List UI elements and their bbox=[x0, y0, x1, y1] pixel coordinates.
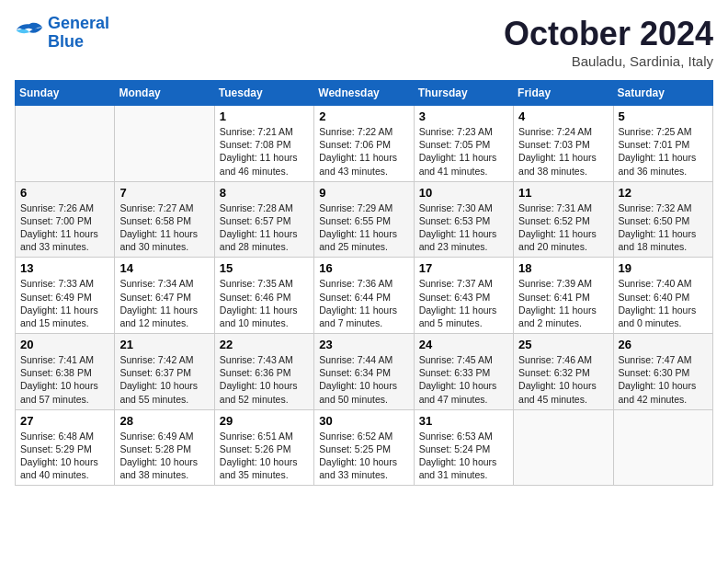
weekday-header-friday: Friday bbox=[514, 81, 613, 106]
day-number: 23 bbox=[319, 338, 408, 351]
day-info: Sunrise: 7:47 AMSunset: 6:30 PMDaylight:… bbox=[619, 353, 708, 406]
calendar-cell: 23Sunrise: 7:44 AMSunset: 6:34 PMDayligh… bbox=[314, 334, 414, 410]
calendar-table: SundayMondayTuesdayWednesdayThursdayFrid… bbox=[15, 80, 713, 486]
day-info: Sunrise: 7:25 AMSunset: 7:01 PMDaylight:… bbox=[619, 125, 708, 178]
day-number: 2 bbox=[319, 109, 408, 123]
weekday-header-row: SundayMondayTuesdayWednesdayThursdayFrid… bbox=[16, 81, 713, 106]
day-number: 8 bbox=[220, 186, 309, 200]
weekday-header-sunday: Sunday bbox=[16, 81, 115, 106]
day-info: Sunrise: 7:23 AMSunset: 7:05 PMDaylight:… bbox=[419, 125, 508, 178]
day-info: Sunrise: 7:35 AMSunset: 6:46 PMDaylight:… bbox=[220, 277, 309, 329]
calendar-cell: 5Sunrise: 7:25 AMSunset: 7:01 PMDaylight… bbox=[613, 106, 712, 182]
day-info: Sunrise: 7:32 AMSunset: 6:50 PMDaylight:… bbox=[619, 201, 708, 254]
day-number: 28 bbox=[119, 414, 209, 428]
page-header: General Blue October 2024 Bauladu, Sardi… bbox=[15, 15, 713, 69]
calendar-cell: 26Sunrise: 7:47 AMSunset: 6:30 PMDayligh… bbox=[613, 334, 712, 410]
calendar-cell bbox=[613, 409, 712, 486]
calendar-cell: 18Sunrise: 7:39 AMSunset: 6:41 PMDayligh… bbox=[514, 258, 613, 334]
day-number: 15 bbox=[220, 261, 309, 275]
day-info: Sunrise: 6:48 AMSunset: 5:29 PMDaylight:… bbox=[20, 430, 109, 482]
day-number: 7 bbox=[119, 186, 209, 200]
day-number: 10 bbox=[419, 186, 508, 200]
calendar-cell: 20Sunrise: 7:41 AMSunset: 6:38 PMDayligh… bbox=[16, 334, 115, 410]
day-number: 27 bbox=[20, 414, 109, 428]
day-number: 4 bbox=[518, 109, 608, 123]
title-block: October 2024 Bauladu, Sardinia, Italy bbox=[504, 15, 713, 69]
day-info: Sunrise: 6:53 AMSunset: 5:24 PMDaylight:… bbox=[419, 430, 508, 482]
month-title: October 2024 bbox=[504, 15, 713, 53]
calendar-cell: 17Sunrise: 7:37 AMSunset: 6:43 PMDayligh… bbox=[414, 258, 513, 334]
calendar-cell: 15Sunrise: 7:35 AMSunset: 6:46 PMDayligh… bbox=[214, 258, 313, 334]
day-number: 20 bbox=[20, 338, 109, 351]
day-info: Sunrise: 7:29 AMSunset: 6:55 PMDaylight:… bbox=[319, 201, 408, 254]
calendar-cell: 9Sunrise: 7:29 AMSunset: 6:55 PMDaylight… bbox=[314, 181, 414, 258]
day-info: Sunrise: 7:44 AMSunset: 6:34 PMDaylight:… bbox=[319, 353, 408, 406]
day-info: Sunrise: 7:39 AMSunset: 6:41 PMDaylight:… bbox=[518, 277, 608, 329]
day-info: Sunrise: 7:27 AMSunset: 6:58 PMDaylight:… bbox=[119, 201, 209, 254]
day-info: Sunrise: 7:21 AMSunset: 7:08 PMDaylight:… bbox=[220, 125, 309, 178]
calendar-week-1: 1Sunrise: 7:21 AMSunset: 7:08 PMDaylight… bbox=[16, 106, 713, 182]
calendar-cell: 25Sunrise: 7:46 AMSunset: 6:32 PMDayligh… bbox=[514, 334, 613, 410]
calendar-cell bbox=[115, 106, 214, 182]
calendar-cell: 7Sunrise: 7:27 AMSunset: 6:58 PMDaylight… bbox=[115, 181, 214, 258]
weekday-header-wednesday: Wednesday bbox=[314, 81, 414, 106]
day-info: Sunrise: 7:26 AMSunset: 7:00 PMDaylight:… bbox=[20, 201, 109, 254]
day-number: 19 bbox=[619, 261, 708, 275]
day-number: 24 bbox=[419, 338, 508, 351]
logo-icon bbox=[15, 20, 44, 46]
calendar-cell: 10Sunrise: 7:30 AMSunset: 6:53 PMDayligh… bbox=[414, 181, 513, 258]
weekday-header-monday: Monday bbox=[115, 81, 214, 106]
weekday-header-thursday: Thursday bbox=[414, 81, 513, 106]
day-number: 13 bbox=[20, 261, 109, 275]
calendar-cell: 24Sunrise: 7:45 AMSunset: 6:33 PMDayligh… bbox=[414, 334, 513, 410]
calendar-cell: 4Sunrise: 7:24 AMSunset: 7:03 PMDaylight… bbox=[514, 106, 613, 182]
day-number: 6 bbox=[20, 186, 109, 200]
day-info: Sunrise: 6:49 AMSunset: 5:28 PMDaylight:… bbox=[119, 430, 209, 482]
day-info: Sunrise: 7:36 AMSunset: 6:44 PMDaylight:… bbox=[319, 277, 408, 329]
day-info: Sunrise: 7:34 AMSunset: 6:47 PMDaylight:… bbox=[119, 277, 209, 329]
day-info: Sunrise: 6:52 AMSunset: 5:25 PMDaylight:… bbox=[319, 430, 408, 482]
weekday-header-saturday: Saturday bbox=[613, 81, 712, 106]
calendar-cell: 13Sunrise: 7:33 AMSunset: 6:49 PMDayligh… bbox=[16, 258, 115, 334]
calendar-cell: 8Sunrise: 7:28 AMSunset: 6:57 PMDaylight… bbox=[214, 181, 313, 258]
day-info: Sunrise: 7:28 AMSunset: 6:57 PMDaylight:… bbox=[220, 201, 309, 254]
day-info: Sunrise: 7:37 AMSunset: 6:43 PMDaylight:… bbox=[419, 277, 508, 329]
day-number: 17 bbox=[419, 261, 508, 275]
day-info: Sunrise: 7:30 AMSunset: 6:53 PMDaylight:… bbox=[419, 201, 508, 254]
calendar-cell: 1Sunrise: 7:21 AMSunset: 7:08 PMDaylight… bbox=[214, 106, 313, 182]
day-number: 16 bbox=[319, 261, 408, 275]
calendar-week-2: 6Sunrise: 7:26 AMSunset: 7:00 PMDaylight… bbox=[16, 181, 713, 258]
calendar-cell bbox=[16, 106, 115, 182]
calendar-cell: 6Sunrise: 7:26 AMSunset: 7:00 PMDaylight… bbox=[16, 181, 115, 258]
calendar-cell: 27Sunrise: 6:48 AMSunset: 5:29 PMDayligh… bbox=[16, 409, 115, 486]
day-info: Sunrise: 7:31 AMSunset: 6:52 PMDaylight:… bbox=[518, 201, 608, 254]
logo: General Blue bbox=[15, 15, 109, 52]
calendar-cell: 3Sunrise: 7:23 AMSunset: 7:05 PMDaylight… bbox=[414, 106, 513, 182]
day-number: 30 bbox=[319, 414, 408, 428]
day-number: 26 bbox=[619, 338, 708, 351]
calendar-cell: 12Sunrise: 7:32 AMSunset: 6:50 PMDayligh… bbox=[613, 181, 712, 258]
calendar-week-5: 27Sunrise: 6:48 AMSunset: 5:29 PMDayligh… bbox=[16, 409, 713, 486]
day-info: Sunrise: 7:33 AMSunset: 6:49 PMDaylight:… bbox=[20, 277, 109, 329]
day-info: Sunrise: 6:51 AMSunset: 5:26 PMDaylight:… bbox=[220, 430, 309, 482]
weekday-header-tuesday: Tuesday bbox=[214, 81, 313, 106]
day-info: Sunrise: 7:22 AMSunset: 7:06 PMDaylight:… bbox=[319, 125, 408, 178]
calendar-cell bbox=[514, 409, 613, 486]
calendar-cell: 29Sunrise: 6:51 AMSunset: 5:26 PMDayligh… bbox=[214, 409, 313, 486]
day-number: 25 bbox=[518, 338, 608, 351]
calendar-cell: 22Sunrise: 7:43 AMSunset: 6:36 PMDayligh… bbox=[214, 334, 313, 410]
calendar-cell: 21Sunrise: 7:42 AMSunset: 6:37 PMDayligh… bbox=[115, 334, 214, 410]
day-number: 11 bbox=[518, 186, 608, 200]
location-subtitle: Bauladu, Sardinia, Italy bbox=[504, 53, 713, 69]
calendar-cell: 16Sunrise: 7:36 AMSunset: 6:44 PMDayligh… bbox=[314, 258, 414, 334]
calendar-week-3: 13Sunrise: 7:33 AMSunset: 6:49 PMDayligh… bbox=[16, 258, 713, 334]
calendar-cell: 31Sunrise: 6:53 AMSunset: 5:24 PMDayligh… bbox=[414, 409, 513, 486]
calendar-cell: 28Sunrise: 6:49 AMSunset: 5:28 PMDayligh… bbox=[115, 409, 214, 486]
day-number: 31 bbox=[419, 414, 508, 428]
day-number: 12 bbox=[619, 186, 708, 200]
day-number: 9 bbox=[319, 186, 408, 200]
day-info: Sunrise: 7:24 AMSunset: 7:03 PMDaylight:… bbox=[518, 125, 608, 178]
day-number: 21 bbox=[119, 338, 209, 351]
day-number: 3 bbox=[419, 109, 508, 123]
day-info: Sunrise: 7:42 AMSunset: 6:37 PMDaylight:… bbox=[119, 353, 209, 406]
